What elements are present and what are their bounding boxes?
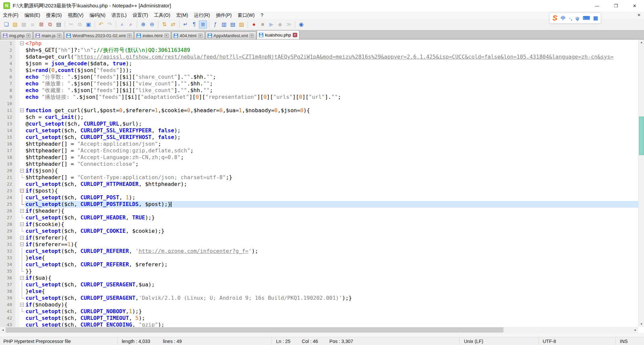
zoom-in-button[interactable]: ⊕ — [139, 20, 147, 28]
ime-keyboard-icon[interactable]: ⌨ — [583, 15, 590, 21]
code-line[interactable]: 22curl_setopt($ch, CURLOPT_HTTPHEADER, $… — [0, 181, 638, 188]
code-line[interactable]: 4$json = json_decode($data, true); — [0, 60, 638, 67]
fold-collapse-icon[interactable]: − — [20, 243, 24, 246]
code-line[interactable]: 40−if($nobaody){ — [0, 301, 638, 308]
code-text[interactable]: $httpheader[] = "Connection:close"; — [25, 161, 638, 167]
code-text[interactable]: if($referer){ — [25, 234, 638, 241]
code-line[interactable]: 19$httpheader[] = "Connection:close"; — [0, 161, 638, 167]
code-line[interactable]: 31−if($referer==1){ — [0, 241, 638, 248]
menu-item-12[interactable]: 窗口(W) — [235, 11, 258, 19]
tab-close-icon[interactable]: ✕ — [127, 33, 131, 38]
fold-collapse-icon[interactable]: − — [20, 222, 24, 226]
find-button[interactable]: ⌕ — [118, 20, 126, 28]
fold-margin[interactable] — [19, 194, 25, 201]
fold-margin[interactable] — [19, 322, 25, 327]
editor-lines[interactable]: 1−<?php2$hh=$_GET["hh"]?:"\n";//换行符号(默认\… — [0, 40, 638, 327]
horizontal-scrollbar-thumb[interactable] — [6, 327, 503, 333]
bookmark-margin[interactable] — [15, 80, 19, 87]
sync-vertical-button[interactable]: ⇅ — [160, 20, 168, 28]
code-text[interactable]: if($json){ — [25, 167, 638, 174]
code-text[interactable]: $httpheader[] = "Accept:application/json… — [25, 141, 638, 147]
fold-margin[interactable] — [19, 54, 25, 60]
fold-margin[interactable] — [19, 288, 25, 295]
code-line[interactable]: 13@curl_setopt($ch, CURLOPT_URL,$url); — [0, 121, 638, 127]
bookmark-margin[interactable] — [15, 234, 19, 241]
code-line[interactable]: 36−if($ua){ — [0, 275, 638, 281]
fold-collapse-icon[interactable]: − — [20, 169, 24, 172]
code-line[interactable]: 1−<?php — [0, 40, 638, 47]
code-text[interactable]: $httpheader[] = "Content-Type:applicatio… — [25, 174, 638, 181]
code-text[interactable]: curl_setopt($ch, CURLOPT_NOBODY,1);} — [25, 308, 638, 315]
bookmark-margin[interactable] — [15, 154, 19, 161]
code-line[interactable]: 7echo "播放量: ".$json["feeds"][$i]["view_c… — [0, 80, 638, 87]
fold-margin[interactable] — [19, 161, 25, 167]
horizontal-scrollbar[interactable]: ◄ ► — [0, 327, 638, 333]
tab-kuaishou-php[interactable]: kuaishou.php✕ — [257, 30, 299, 39]
menu-item-5[interactable]: 编码(N) — [87, 11, 108, 19]
fold-margin[interactable] — [19, 308, 25, 315]
monitoring-button[interactable]: ◉ — [297, 20, 305, 28]
menu-item-11[interactable]: 插件(P) — [213, 11, 235, 19]
fold-margin[interactable] — [19, 261, 25, 268]
fold-margin[interactable] — [19, 100, 25, 107]
code-line[interactable]: 24curl_setopt($ch, CURLOPT_POST, 1); — [0, 194, 638, 201]
bookmark-margin[interactable] — [15, 255, 19, 261]
fold-margin[interactable] — [19, 80, 25, 87]
open-file-button[interactable]: ▨ — [11, 20, 19, 28]
menu-item-9[interactable]: 宏(M) — [173, 11, 191, 19]
code-text[interactable]: echo "分享数: ".$json["feeds"][$i]["share_c… — [25, 74, 638, 80]
fold-margin[interactable] — [19, 201, 25, 208]
code-line[interactable]: 33}else{ — [0, 255, 638, 261]
menu-item-1[interactable]: 文件(F) — [0, 11, 21, 19]
code-text[interactable]: if($referer==1){ — [25, 241, 638, 248]
fold-margin[interactable] — [19, 141, 25, 147]
tab-img-php[interactable]: img.php✕ — [1, 31, 33, 39]
code-text[interactable]: if($nobaody){ — [25, 301, 638, 308]
bookmark-margin[interactable] — [15, 174, 19, 181]
fold-margin[interactable]: − — [19, 241, 25, 248]
code-text[interactable]: curl_setopt($ch, CURLOPT_REFERER, 'http:… — [25, 248, 638, 255]
bookmark-margin[interactable] — [15, 214, 19, 221]
maximize-button[interactable]: ❐ — [606, 0, 625, 11]
code-line[interactable]: 29curl_setopt($ch, CURLOPT_COOKIE, $cook… — [0, 228, 638, 234]
indent-guide-button[interactable]: ≣ — [199, 20, 207, 28]
code-text[interactable]: }else{ — [25, 255, 638, 261]
code-text[interactable]: if($cookie){ — [25, 221, 638, 228]
code-text[interactable]: curl_setopt($ch, CURLOPT_ENCODING, "gzip… — [25, 322, 638, 327]
menu-item-8[interactable]: 工具(O) — [151, 11, 173, 19]
code-line[interactable]: 5$i=rand(0,count($json["feeds"])); — [0, 67, 638, 74]
code-text[interactable]: @curl_setopt($ch, CURLOPT_URL,$url); — [25, 121, 638, 127]
sync-horizontal-button[interactable]: ⇄ — [169, 20, 177, 28]
code-text[interactable]: curl_setopt($ch, CURLOPT_COOKIE, $cookie… — [25, 228, 638, 234]
code-line[interactable]: 12$ch = curl_init(); — [0, 114, 638, 121]
tab-close-icon[interactable]: ✕ — [26, 33, 31, 38]
fold-margin[interactable] — [19, 147, 25, 154]
code-line[interactable]: 21$httpheader[] = "Content-Type:applicat… — [0, 174, 638, 181]
code-text[interactable]: <?php — [25, 40, 638, 47]
bookmark-margin[interactable] — [15, 161, 19, 167]
fold-margin[interactable] — [19, 181, 25, 188]
sogou-logo[interactable]: S — [552, 14, 557, 22]
code-text[interactable]: $hh=$_GET["hh"]?:"\n";//换行符号(默认\n)QQ:306… — [25, 47, 638, 54]
code-line[interactable]: 14curl_setopt($ch, CURLOPT_SSL_VERIFYPEE… — [0, 127, 638, 134]
bookmark-margin[interactable] — [15, 74, 19, 80]
bookmark-margin[interactable] — [15, 194, 19, 201]
code-line[interactable]: 11−function get_curl($url,$post=0,$refer… — [0, 107, 638, 114]
code-line[interactable]: 10 — [0, 100, 638, 107]
menu-item-10[interactable]: 运行(R) — [191, 11, 213, 19]
fold-margin[interactable] — [19, 255, 25, 261]
code-line[interactable]: 42curl_setopt($ch, CURLOPT_TIMEOUT, 5); — [0, 315, 638, 322]
bookmark-margin[interactable] — [15, 295, 19, 301]
code-editor[interactable]: 1−<?php2$hh=$_GET["hh"]?:"\n";//换行符号(默认\… — [0, 40, 644, 327]
code-line[interactable]: 6echo "分享数: ".$json["feeds"][$i]["share_… — [0, 74, 638, 80]
menu-item-6[interactable]: 语言(L) — [108, 11, 129, 19]
bookmark-margin[interactable] — [15, 141, 19, 147]
bookmark-margin[interactable] — [15, 181, 19, 188]
bookmark-margin[interactable] — [15, 268, 19, 275]
fold-margin[interactable]: − — [19, 234, 25, 241]
fold-margin[interactable] — [19, 295, 25, 301]
tab-wordpress-xml[interactable]: WordPress.2023-01-02.xml✕ — [64, 31, 134, 39]
code-line[interactable]: 15curl_setopt($ch, CURLOPT_SSL_VERIFYHOS… — [0, 134, 638, 141]
fold-margin[interactable] — [19, 121, 25, 127]
zoom-out-button[interactable]: ⊖ — [148, 20, 156, 28]
